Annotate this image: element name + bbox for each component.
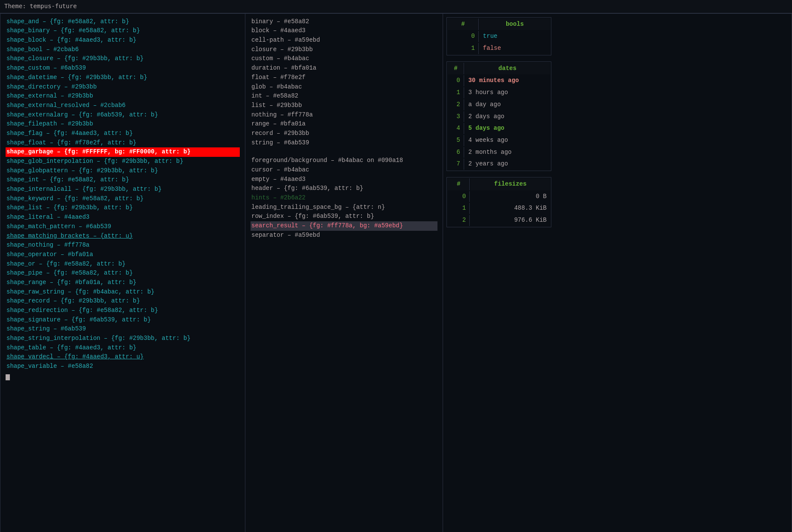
table-row: 32 days ago [448, 111, 550, 122]
list-item: binary – #e58a82 [251, 17, 437, 27]
list-item: shape_and – {fg: #e58a82, attr: b} [6, 17, 240, 27]
list-item: record – #29b3bb [251, 129, 437, 138]
list-item: foreground/background – #b4abac on #090a… [251, 156, 437, 165]
filesizes-col-title: filesizes [471, 178, 550, 190]
dates-table: # dates 030 minutes ago13 hours ago2a da… [446, 61, 551, 171]
list-item: shape_signature – {fg: #6ab539, attr: b} [6, 315, 240, 325]
table-row: 1488.3 KiB [448, 203, 550, 214]
list-item: shape_custom – #6ab539 [6, 64, 240, 73]
table-row: 0true [448, 31, 550, 42]
filesizes-col-hash: # [448, 178, 470, 190]
list-item: duration – #bfa01a [251, 64, 437, 73]
list-item: shape_string – #6ab539 [6, 324, 240, 334]
list-item: shape_record – {fg: #29b3bb, attr: b} [6, 297, 240, 306]
list-item: float – #f78e2f [251, 73, 437, 83]
table-row: 13 hours ago [448, 87, 550, 98]
list-item: shape_match_pattern – #6ab539 [6, 222, 240, 232]
table-row: 72 years ago [448, 159, 550, 170]
col-right: # bools 0true1false # dates 030 minutes … [443, 14, 555, 532]
table-row: 62 months ago [448, 147, 550, 158]
list-item: shape_bool – #2cbab6 [6, 45, 240, 55]
list-item: shape_external_resolved – #2cbab6 [6, 101, 240, 110]
list-item: shape_variable – #e58a82 [6, 362, 240, 371]
table-row: 54 weeks ago [448, 135, 550, 146]
table-row: 45 days ago [448, 123, 550, 134]
list-item: hints – #2b6a22 [251, 193, 437, 203]
list-item: shape_glob_interpolation – {fg: #29b3bb,… [6, 157, 240, 166]
list-item: shape_matching_brackets – {attr: u} [6, 232, 240, 241]
bools-table: # bools 0true1false [446, 17, 551, 55]
bools-col-hash: # [448, 18, 479, 31]
list-item: shape_redirection – {fg: #e58a82, attr: … [6, 306, 240, 315]
list-item: shape_block – {fg: #4aaed3, attr: b} [6, 36, 240, 45]
list-item: leading_trailing_space_bg – {attr: n} [251, 203, 437, 212]
list-item: shape_external – #29b3bb [6, 92, 240, 101]
col-mid: binary – #e58a82block – #4aaed3cell-path… [245, 14, 443, 532]
list-item: cursor – #b4abac [251, 165, 437, 175]
list-item: shape_pipe – {fg: #e58a82, attr: b} [6, 269, 240, 278]
list-item: header – {fg: #6ab539, attr: b} [251, 184, 437, 193]
list-item: shape_string_interpolation – {fg: #29b3b… [6, 334, 240, 343]
bools-col-title: bools [480, 18, 550, 31]
list-item: shape_int – {fg: #e58a82, attr: b} [6, 175, 240, 185]
list-item: shape_closure – {fg: #29b3bb, attr: b} [6, 54, 240, 64]
list-item: shape_flag – {fg: #4aaed3, attr: b} [6, 129, 240, 138]
list-item: shape_filepath – #29b3bb [6, 119, 240, 129]
list-item: string – #6ab539 [251, 138, 437, 148]
list-item: shape_globpattern – {fg: #29b3bb, attr: … [6, 166, 240, 176]
table-row: 030 minutes ago [448, 75, 550, 86]
theme-bar: Theme: tempus-future [0, 0, 792, 13]
table-row: 00 B [448, 191, 550, 202]
list-item: shape_vardecl – {fg: #4aaed3, attr: u} [6, 352, 240, 362]
filesizes-table: # filesizes 00 B1488.3 KiB2976.6 KiB [446, 177, 551, 227]
list-item: closure – #29b3bb [251, 45, 437, 55]
list-item: shape_binary – {fg: #e58a82, attr: b} [6, 26, 240, 36]
list-item: shape_directory – #29b3bb [6, 83, 240, 92]
dates-col-hash: # [448, 63, 464, 75]
list-item: shape_operator – #bfa01a [6, 250, 240, 260]
list-item: shape_literal – #4aaed3 [6, 213, 240, 222]
list-item: empty – #4aaed3 [251, 175, 437, 184]
table-row: 2a day ago [448, 99, 550, 110]
dates-col-title: dates [465, 63, 550, 75]
list-item: shape_list – {fg: #29b3bb, attr: b} [6, 203, 240, 213]
list-item: shape_nothing – #ff778a [6, 241, 240, 250]
list-item: list – #29b3bb [251, 101, 437, 110]
list-item: shape_internalcall – {fg: #29b3bb, attr:… [6, 185, 240, 194]
list-item: shape_range – {fg: #bfa01a, attr: b} [6, 278, 240, 287]
list-item: shape_garbage – {fg: #FFFFFF, bg: #FF000… [6, 147, 240, 157]
list-item: cell-path – #a59ebd [251, 36, 437, 45]
list-item: shape_datetime – {fg: #29b3bb, attr: b} [6, 73, 240, 83]
list-item: nothing – #ff778a [251, 110, 437, 120]
list-item: custom – #b4abac [251, 54, 437, 64]
list-item: glob – #b4abac [251, 83, 437, 92]
table-row: 2976.6 KiB [448, 215, 550, 226]
list-item: int – #e58a82 [251, 92, 437, 101]
list-item: shape_float – {fg: #f78e2f, attr: b} [6, 138, 240, 148]
list-item: row_index – {fg: #6ab539, attr: b} [251, 212, 437, 221]
list-item: shape_keyword – {fg: #e58a82, attr: b} [6, 194, 240, 204]
list-item: range – #bfa01a [251, 119, 437, 129]
col-left: shape_and – {fg: #e58a82, attr: b}shape_… [0, 14, 245, 532]
list-item: shape_externalarg – {fg: #6ab539, attr: … [6, 110, 240, 120]
list-item: shape_or – {fg: #e58a82, attr: b} [6, 260, 240, 269]
list-item: block – #4aaed3 [251, 26, 437, 36]
list-item: shape_table – {fg: #4aaed3, attr: b} [6, 343, 240, 353]
main-container: shape_and – {fg: #e58a82, attr: b}shape_… [0, 13, 792, 532]
list-item: separator – #a59ebd [251, 231, 437, 240]
table-row: 1false [448, 43, 550, 54]
list-item: search_result – {fg: #ff778a, bg: #a59eb… [251, 221, 437, 231]
list-item: shape_raw_string – {fg: #b4abac, attr: b… [6, 287, 240, 297]
